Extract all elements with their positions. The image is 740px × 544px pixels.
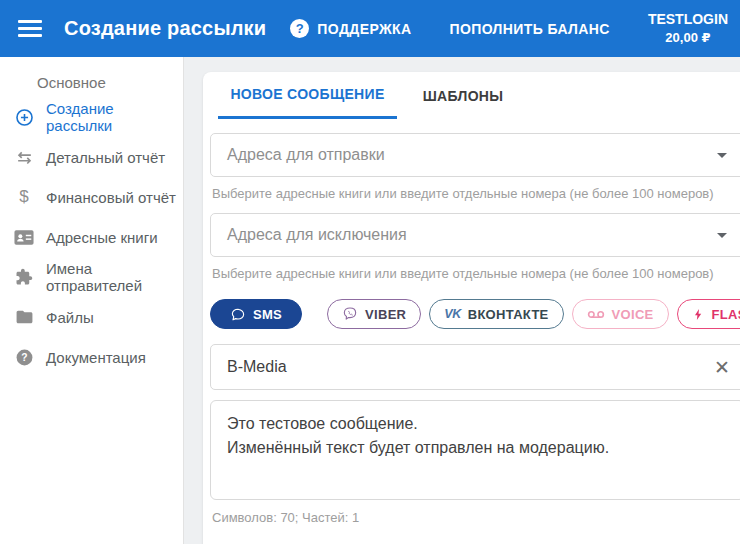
sidebar-section-label: Основное (0, 57, 183, 97)
chat-bubble-icon (230, 307, 246, 322)
header-actions: ? ПОДДЕРЖКА ПОПОЛНИТЬ БАЛАНС TESTLOGIN 2… (290, 10, 728, 46)
sidebar-item-create-campaign[interactable]: Создание рассылки (0, 97, 183, 137)
svg-text:?: ? (21, 352, 27, 363)
app-header: Создание рассылки ? ПОДДЕРЖКА ПОПОЛНИТЬ … (0, 0, 740, 57)
sidebar-nav: Основное Создание рассылки Детальный отч… (0, 57, 184, 544)
page-title: Создание рассылки (64, 17, 266, 40)
exclude-addresses-helper: Выберите адресные книги или введите отде… (212, 266, 740, 281)
chevron-down-icon (717, 153, 727, 158)
viber-icon (342, 306, 358, 322)
sender-name-input[interactable] (211, 345, 740, 389)
channel-voice-button[interactable]: VOICE (572, 299, 669, 329)
sidebar-item-address-books[interactable]: Адресные книги (0, 217, 183, 257)
folder-icon (13, 307, 35, 327)
sidebar-item-documentation[interactable]: ? Документация (0, 337, 183, 377)
sidebar-item-label: Детальный отчёт (46, 149, 165, 166)
sidebar-item-label: Документация (46, 349, 146, 366)
channel-viber-button[interactable]: VIBER (327, 299, 421, 329)
main-area: НОВОЕ СООБЩЕНИЕ ШАБЛОНЫ Адреса для отпра… (185, 57, 740, 544)
campaign-card: НОВОЕ СООБЩЕНИЕ ШАБЛОНЫ Адреса для отпра… (203, 72, 740, 544)
sidebar-item-label: Финансовый отчёт (46, 189, 176, 206)
swap-arrows-icon (13, 147, 35, 167)
sidebar-item-label: Адресные книги (46, 229, 158, 246)
sidebar-item-label: Имена отправителей (46, 260, 183, 294)
chevron-down-icon (717, 233, 727, 238)
clear-icon[interactable]: ✕ (714, 358, 730, 377)
channel-selector: SMS VIBER VK ВКОНТАКТЕ VOICE FLASH CALL (210, 299, 740, 329)
sender-name-field: ✕ (210, 344, 740, 390)
char-counter: Символов: 70; Частей: 1 (212, 510, 740, 525)
send-addresses-placeholder: Адреса для отправки (227, 146, 385, 164)
hamburger-menu-icon[interactable] (18, 20, 42, 37)
topup-balance-link[interactable]: ПОПОЛНИТЬ БАЛАНС (449, 21, 609, 37)
send-addresses-helper: Выберите адресные книги или введите отде… (212, 186, 740, 201)
dollar-icon: $ (13, 187, 35, 207)
voicemail-icon (587, 308, 605, 321)
sidebar-item-files[interactable]: Файлы (0, 297, 183, 337)
puzzle-icon (13, 267, 35, 287)
channel-sms-button[interactable]: SMS (210, 299, 302, 329)
flash-bolt-icon (692, 307, 705, 322)
message-textarea[interactable]: Это тестовое сообщение. Изменённый текст… (210, 400, 740, 500)
support-label: ПОДДЕРЖКА (317, 21, 411, 37)
vk-icon: VK (444, 307, 460, 321)
login-name: TESTLOGIN (648, 10, 728, 29)
topup-label: ПОПОЛНИТЬ БАЛАНС (449, 21, 609, 37)
channel-flash-call-button[interactable]: FLASH CALL (677, 299, 740, 329)
send-addresses-select[interactable]: Адреса для отправки (210, 133, 740, 177)
sidebar-item-label: Создание рассылки (46, 100, 183, 134)
help-circle-icon: ? (13, 347, 35, 367)
sidebar-item-label: Файлы (46, 309, 94, 326)
balance-value: 20,00 ₽ (648, 29, 728, 47)
sidebar-item-detailed-report[interactable]: Детальный отчёт (0, 137, 183, 177)
tab-templates[interactable]: ШАБЛОНЫ (397, 72, 529, 119)
add-circle-icon (13, 107, 35, 127)
exclude-addresses-placeholder: Адреса для исключения (227, 226, 407, 244)
question-circle-icon: ? (290, 19, 309, 38)
sidebar-item-financial-report[interactable]: $ Финансовый отчёт (0, 177, 183, 217)
account-menu[interactable]: TESTLOGIN 20,00 ₽ (648, 10, 728, 46)
contacts-icon (13, 227, 35, 247)
message-tabs: НОВОЕ СООБЩЕНИЕ ШАБЛОНЫ (218, 72, 740, 119)
exclude-addresses-select[interactable]: Адреса для исключения (210, 213, 740, 257)
sidebar-item-sender-names[interactable]: Имена отправителей (0, 257, 183, 297)
support-link[interactable]: ? ПОДДЕРЖКА (290, 19, 411, 38)
tab-new-message[interactable]: НОВОЕ СООБЩЕНИЕ (218, 72, 397, 119)
channel-vkontakte-button[interactable]: VK ВКОНТАКТЕ (429, 299, 563, 329)
